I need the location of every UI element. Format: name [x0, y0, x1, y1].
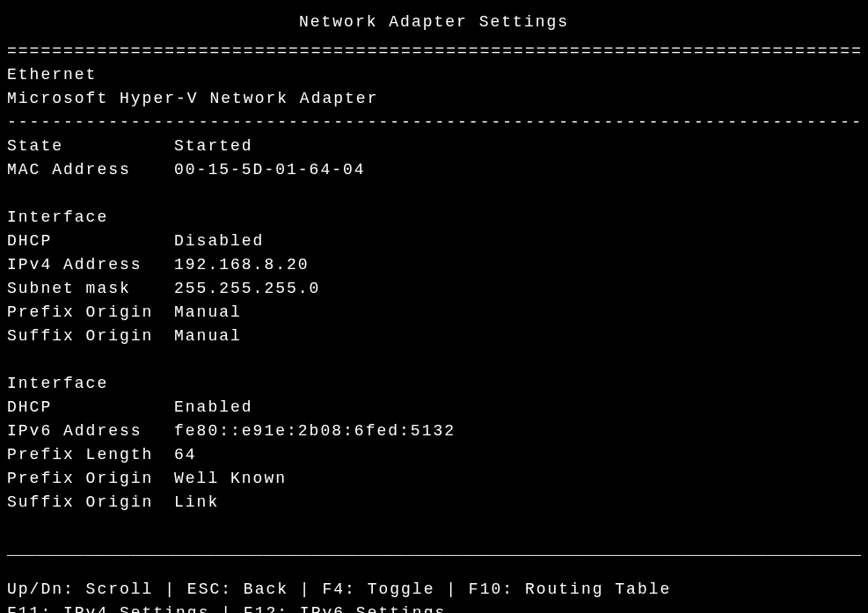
subnet-mask-value: 255.255.255.0: [174, 277, 861, 301]
spacer: [7, 562, 861, 574]
dhcp-label: DHCP: [7, 230, 174, 253]
mac-row: MAC Address 00-15-5D-01-64-04: [7, 158, 861, 182]
footer-help: Up/Dn: Scroll | ESC: Back | F4: Toggle |…: [7, 578, 861, 613]
adapter-name: Ethernet: [7, 63, 861, 87]
ipv6-address-label: IPv6 Address: [7, 420, 174, 443]
adapter-description: Microsoft Hyper-V Network Adapter: [7, 87, 861, 111]
prefix-length-value: 64: [174, 443, 861, 467]
suffix-origin-value: Manual: [174, 325, 861, 348]
suffix-origin-label: Suffix Origin: [7, 491, 174, 514]
interface-heading-0: Interface: [7, 206, 861, 230]
dhcp-label: DHCP: [7, 396, 174, 420]
mac-value: 00-15-5D-01-64-04: [174, 158, 861, 182]
spacer: [7, 348, 861, 372]
ipv4-address-value: 192.168.8.20: [174, 253, 861, 277]
interface-row: Subnet mask 255.255.255.0: [7, 277, 861, 301]
interface-row: IPv4 Address 192.168.8.20: [7, 253, 861, 277]
state-row: State Started: [7, 135, 861, 158]
subnet-mask-label: Subnet mask: [7, 277, 174, 301]
prefix-origin-value: Manual: [174, 301, 861, 325]
interface-row: Prefix Origin Manual: [7, 301, 861, 325]
mac-label: MAC Address: [7, 158, 174, 182]
prefix-origin-label: Prefix Origin: [7, 301, 174, 325]
interface-row: Suffix Origin Manual: [7, 325, 861, 348]
interface-row: Suffix Origin Link: [7, 491, 861, 514]
page-title: Network Adapter Settings: [7, 11, 861, 34]
divider-adapter: ----------------------------------------…: [7, 111, 861, 135]
ipv4-address-label: IPv4 Address: [7, 253, 174, 277]
interface-row: Prefix Length 64: [7, 443, 861, 467]
suffix-origin-label: Suffix Origin: [7, 325, 174, 348]
prefix-origin-value: Well Known: [174, 467, 861, 491]
footer-line-2: F11: IPv4 Settings | F12: IPv6 Settings: [7, 602, 861, 613]
prefix-length-label: Prefix Length: [7, 443, 174, 467]
footer-line-1: Up/Dn: Scroll | ESC: Back | F4: Toggle |…: [7, 578, 861, 602]
spacer: [7, 182, 861, 206]
interface-row: Prefix Origin Well Known: [7, 467, 861, 491]
suffix-origin-value: Link: [174, 491, 861, 514]
dhcp-value: Enabled: [174, 396, 861, 420]
state-value: Started: [174, 135, 861, 158]
interface-row: DHCP Disabled: [7, 230, 861, 253]
state-label: State: [7, 135, 174, 158]
interface-heading-1: Interface: [7, 372, 861, 396]
dhcp-value: Disabled: [174, 230, 861, 253]
divider-bottom: ________________________________________…: [7, 538, 861, 562]
interface-row: IPv6 Address fe80::e91e:2b08:6fed:5132: [7, 420, 861, 443]
prefix-origin-label: Prefix Origin: [7, 467, 174, 491]
interface-row: DHCP Enabled: [7, 396, 861, 420]
divider-top: ========================================…: [7, 40, 861, 63]
spacer: [7, 514, 861, 538]
ipv6-address-value: fe80::e91e:2b08:6fed:5132: [174, 420, 861, 443]
